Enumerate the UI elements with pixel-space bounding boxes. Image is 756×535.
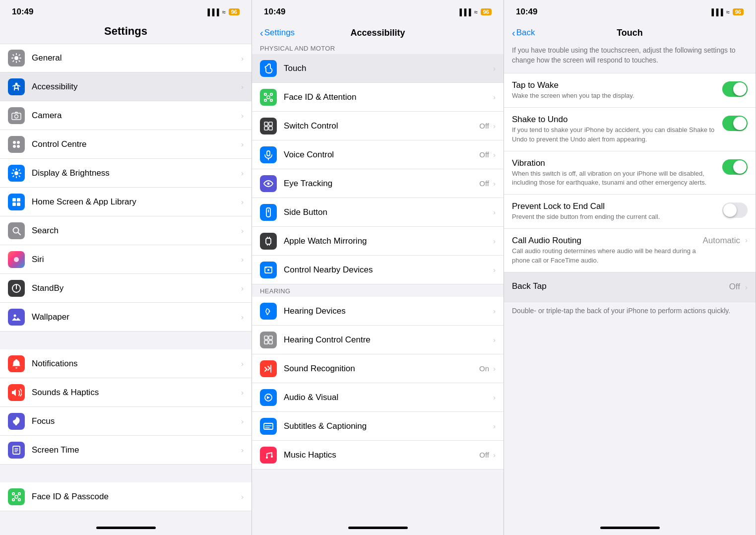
settings-item-face-id[interactable]: Face ID & Passcode ›: [0, 482, 252, 511]
tap-to-wake-desc: Wake the screen when you tap the display…: [512, 91, 716, 100]
svg-rect-26: [264, 93, 266, 95]
switch-control-chevron: ›: [493, 122, 496, 130]
touch-item-back-tap[interactable]: Back Tap Off ›: [504, 272, 756, 302]
prevent-lock-title: Prevent Lock to End Call: [512, 201, 716, 211]
audio-visual-label: Audio & Visual: [284, 393, 491, 402]
settings-item-voice-control[interactable]: Voice Control Off ›: [252, 140, 504, 169]
accessibility-list: PHYSICAL AND MOTOR Touch › Face ID & Att…: [252, 42, 504, 520]
svg-rect-35: [267, 151, 270, 156]
screen-time-chevron: ›: [241, 446, 244, 454]
apple-watch-icon: [260, 233, 277, 250]
status-icons-2: ▐▐▐ ≈ 96: [457, 8, 492, 16]
svg-point-8: [14, 171, 18, 175]
settings-item-subtitles[interactable]: Subtitles & Captioning ›: [252, 412, 504, 441]
settings-item-hearing-devices[interactable]: Hearing Devices ›: [252, 297, 504, 326]
screen-time-label: Screen Time: [32, 445, 239, 455]
vibration-desc: When this switch is off, all vibration o…: [512, 169, 716, 187]
camera-icon: [8, 107, 25, 124]
svg-rect-34: [269, 127, 272, 130]
switch-control-icon: [260, 118, 277, 134]
nav-title-2: Accessibility: [350, 28, 405, 38]
wifi-icon-1: ≈: [222, 8, 226, 16]
svg-point-24: [15, 495, 16, 496]
tap-to-wake-title: Tap to Wake: [512, 80, 716, 90]
standby-label: StandBy: [32, 283, 239, 293]
svg-rect-11: [12, 202, 16, 206]
switch-control-label: Switch Control: [284, 121, 479, 131]
section-header-hearing: HEARING: [252, 284, 504, 297]
display-label: Display & Brightness: [32, 168, 239, 178]
section-header-physical: PHYSICAL AND MOTOR: [252, 42, 504, 54]
svg-point-46: [267, 269, 269, 271]
search-label: Search: [32, 226, 239, 236]
settings-item-screen-time[interactable]: Screen Time ›: [0, 436, 252, 465]
touch-item-tap-to-wake: Tap to Wake Wake the screen when you tap…: [504, 73, 756, 108]
accessibility-icon: [8, 78, 25, 95]
sounds-label: Sounds & Haptics: [32, 388, 239, 398]
back-chevron-2: ‹: [260, 28, 263, 38]
settings-item-sound-recognition[interactable]: Sound Recognition On ›: [252, 354, 504, 383]
settings-list-1: General › Accessibility › Camera › Contr…: [0, 44, 252, 520]
settings-item-home-screen[interactable]: Home Screen & App Library ›: [0, 188, 252, 216]
settings-item-hearing-control[interactable]: Hearing Control Centre ›: [252, 326, 504, 354]
siri-chevron: ›: [241, 255, 244, 264]
nav-title-3: Touch: [617, 28, 643, 38]
signal-icon-3: ▐▐▐: [709, 8, 723, 16]
back-button-3[interactable]: ‹ Back: [512, 28, 535, 38]
settings-item-eye-tracking[interactable]: Eye Tracking Off ›: [252, 169, 504, 198]
settings-item-wallpaper[interactable]: Wallpaper ›: [0, 303, 252, 332]
settings-item-display[interactable]: Display & Brightness ›: [0, 159, 252, 188]
screen-time-icon: [8, 442, 25, 459]
settings-item-control-nearby[interactable]: Control Nearby Devices ›: [252, 256, 504, 284]
music-haptics-label: Music Haptics: [284, 450, 479, 460]
svg-rect-53: [264, 423, 273, 429]
settings-item-siri[interactable]: Siri ›: [0, 245, 252, 274]
apple-watch-label: Apple Watch Mirroring: [284, 236, 491, 246]
call-audio-value: Automatic: [702, 236, 740, 246]
svg-point-3: [15, 115, 18, 118]
svg-point-5: [17, 141, 20, 144]
settings-item-camera[interactable]: Camera ›: [0, 101, 252, 130]
settings-item-sounds[interactable]: Sounds & Haptics ›: [0, 378, 252, 407]
settings-item-touch[interactable]: Touch ›: [252, 54, 504, 83]
camera-label: Camera: [32, 111, 239, 121]
audio-visual-icon: [260, 389, 277, 406]
signal-icon-2: ▐▐▐: [457, 8, 471, 16]
svg-rect-38: [266, 208, 270, 217]
prevent-lock-toggle[interactable]: [722, 202, 748, 218]
touch-item-vibration: Vibration When this switch is off, all v…: [504, 151, 756, 195]
home-indicator-2: [252, 520, 504, 535]
panel-settings: 10:49 ▐▐▐ ≈ 96 Settings General › Access…: [0, 0, 252, 535]
settings-item-focus[interactable]: Focus ›: [0, 407, 252, 436]
status-time-2: 10:49: [264, 7, 285, 17]
settings-item-search[interactable]: Search ›: [0, 216, 252, 245]
home-bar-1: [96, 527, 156, 529]
settings-item-standby[interactable]: StandBy ›: [0, 274, 252, 303]
home-bar-2: [348, 527, 408, 529]
settings-item-notifications[interactable]: Notifications ›: [0, 349, 252, 378]
settings-item-side-button[interactable]: Side Button ›: [252, 198, 504, 227]
settings-item-music-haptics[interactable]: Music Haptics Off ›: [252, 441, 504, 469]
settings-item-audio-visual[interactable]: Audio & Visual ›: [252, 383, 504, 412]
tap-to-wake-toggle[interactable]: [722, 81, 748, 97]
hearing-control-label: Hearing Control Centre: [284, 335, 491, 345]
settings-item-general[interactable]: General ›: [0, 44, 252, 72]
settings-item-control-centre[interactable]: Control Centre ›: [0, 130, 252, 159]
svg-point-7: [17, 145, 20, 148]
vibration-toggle[interactable]: [722, 159, 748, 175]
status-icons-3: ▐▐▐ ≈ 96: [709, 8, 744, 16]
touch-header-desc: If you have trouble using the touchscree…: [504, 42, 756, 73]
siri-icon: [8, 251, 25, 268]
status-bar-3: 10:49 ▐▐▐ ≈ 96: [504, 0, 756, 21]
svg-rect-50: [264, 340, 268, 344]
back-button-2[interactable]: ‹ Settings: [260, 28, 295, 38]
svg-rect-9: [12, 198, 16, 201]
wifi-icon-3: ≈: [726, 8, 730, 16]
settings-item-apple-watch[interactable]: Apple Watch Mirroring ›: [252, 227, 504, 256]
settings-item-switch-control[interactable]: Switch Control Off ›: [252, 112, 504, 140]
settings-item-faceid-attention[interactable]: Face ID & Attention ›: [252, 83, 504, 112]
subtitles-chevron: ›: [493, 422, 496, 430]
back-tap-desc: Double- or triple-tap the back of your i…: [504, 302, 756, 324]
shake-to-undo-toggle[interactable]: [722, 116, 748, 131]
settings-item-accessibility[interactable]: Accessibility ›: [0, 72, 252, 101]
